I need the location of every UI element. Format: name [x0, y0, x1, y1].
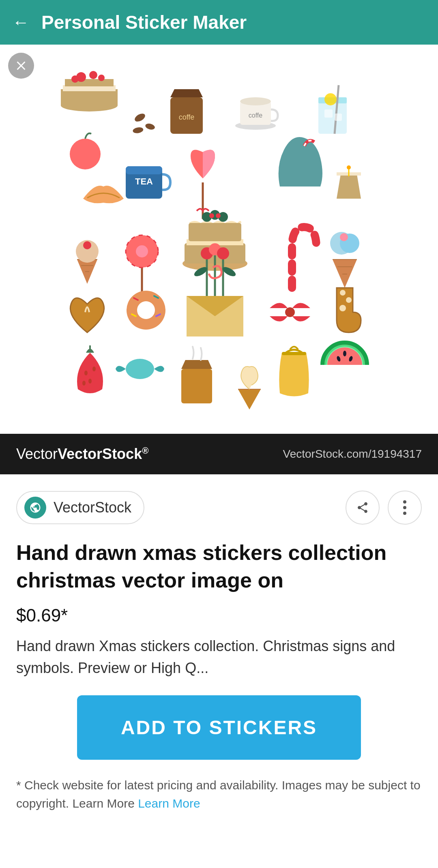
svg-point-52 [216, 213, 221, 218]
vendor-name: VectorStock [54, 499, 131, 516]
sticker-scene: coffe coffe [0, 45, 438, 434]
back-button[interactable]: ← [12, 13, 29, 32]
svg-point-81 [84, 371, 88, 375]
page-title: Personal Sticker Maker [41, 11, 247, 33]
svg-point-17 [240, 97, 271, 105]
svg-point-6 [89, 71, 97, 79]
vendor-row: VectorStock [16, 491, 422, 525]
svg-text:coffe: coffe [179, 113, 195, 121]
svg-point-80 [340, 290, 346, 296]
svg-point-79 [346, 297, 352, 303]
svg-point-93 [343, 351, 346, 356]
app-header: ← Personal Sticker Maker [0, 0, 438, 45]
info-section: VectorStock Hand drawn xmas stickers col… [0, 474, 438, 837]
close-button[interactable] [8, 53, 34, 79]
svg-point-22 [324, 93, 337, 105]
svg-point-39 [83, 241, 91, 249]
svg-point-95 [403, 506, 406, 509]
svg-marker-87 [181, 360, 212, 369]
product-title: Hand drawn xmas stickers collection chri… [16, 539, 422, 594]
svg-marker-13 [170, 89, 203, 97]
action-buttons [346, 491, 422, 525]
learn-more-link[interactable]: Learn More [138, 797, 200, 810]
svg-point-94 [403, 500, 406, 504]
svg-point-61 [137, 301, 155, 319]
add-to-stickers-button[interactable]: ADD TO STICKERS [77, 695, 361, 760]
svg-text:TEA: TEA [135, 176, 153, 186]
more-options-button[interactable] [388, 491, 422, 525]
svg-rect-27 [126, 166, 162, 174]
svg-point-77 [285, 307, 295, 317]
svg-rect-90 [282, 352, 306, 355]
product-price: $0.69* [16, 605, 422, 626]
svg-point-85 [126, 359, 154, 379]
svg-rect-24 [335, 114, 342, 121]
vendor-url: VectorStock.com/19194317 [283, 448, 422, 461]
svg-point-82 [92, 366, 96, 371]
sticker-image-area: coffe coffe [0, 45, 438, 434]
svg-point-7 [98, 75, 105, 81]
vendor-logo: VectorVectorStock® [16, 446, 148, 463]
vendor-chip[interactable]: VectorStock [16, 491, 144, 524]
svg-marker-30 [337, 174, 361, 199]
svg-point-96 [403, 512, 406, 515]
svg-point-51 [209, 213, 214, 218]
svg-rect-86 [181, 369, 212, 403]
svg-text:coffe: coffe [249, 112, 263, 119]
svg-point-25 [70, 139, 101, 169]
product-description: Hand drawn Xmas stickers collection. Chr… [16, 635, 422, 679]
svg-point-33 [347, 165, 351, 169]
svg-point-76 [217, 247, 229, 259]
svg-rect-23 [324, 109, 333, 118]
svg-point-8 [71, 75, 79, 83]
svg-point-78 [339, 305, 346, 311]
svg-point-59 [340, 233, 348, 241]
share-button[interactable] [346, 491, 380, 525]
svg-point-43 [136, 245, 148, 257]
svg-point-84 [82, 381, 86, 386]
svg-point-83 [88, 379, 92, 384]
globe-icon [24, 497, 46, 519]
vendor-banner: VectorVectorStock® VectorStock.com/19194… [0, 434, 438, 474]
disclaimer-text: * Check website for latest pricing and a… [16, 776, 422, 837]
svg-rect-2 [61, 89, 118, 105]
svg-rect-47 [189, 223, 241, 241]
